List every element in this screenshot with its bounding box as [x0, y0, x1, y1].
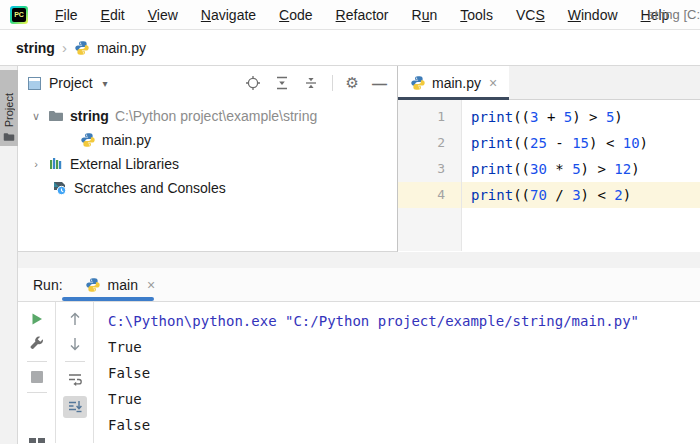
menu-items: FileEditViewNavigateCodeRefactorRunTools… [55, 7, 669, 23]
editor-area: main.py × 1234 print((3 + 5) > 5)print((… [398, 66, 700, 252]
tree-item-external-libraries[interactable]: › External Libraries [18, 152, 397, 176]
editor-tab-label: main.py [432, 75, 481, 91]
tree-external-libraries-label: External Libraries [70, 156, 179, 172]
menu-refactor[interactable]: Refactor [336, 7, 389, 23]
chevron-down-icon[interactable]: ∨ [30, 110, 42, 123]
code-line[interactable]: print((25 - 15) < 10) [462, 130, 700, 156]
toolbar-separator [27, 361, 47, 362]
active-run-tab-underline [62, 297, 154, 301]
locate-target-icon[interactable] [245, 75, 261, 91]
libraries-icon [48, 156, 64, 172]
console-line: C:\Python\python.exe "C:/Python project/… [108, 308, 700, 334]
line-number: 2 [398, 130, 461, 156]
menu-view[interactable]: View [148, 7, 178, 23]
breadcrumb-project[interactable]: string [16, 40, 55, 56]
project-stripe-label: Project [3, 93, 15, 127]
tool-window-icon [28, 77, 41, 90]
editor-code[interactable]: print((3 + 5) > 5)print((25 - 15) < 10)p… [462, 100, 700, 251]
editor-tab-bar: main.py × [398, 66, 700, 100]
tree-scratches-label: Scratches and Consoles [74, 180, 226, 196]
menu-vcs[interactable]: VCS [516, 7, 545, 23]
editor-tab-main-py[interactable]: main.py × [398, 66, 509, 100]
menu-code[interactable]: Code [279, 7, 312, 23]
python-file-icon [85, 277, 101, 293]
tree-root-path: C:\Python project\example\string [115, 108, 317, 124]
python-file-icon [74, 40, 90, 56]
menu-file[interactable]: File [55, 7, 78, 23]
close-icon[interactable]: × [489, 75, 497, 91]
up-arrow-icon[interactable] [67, 311, 83, 327]
scratches-icon [52, 180, 68, 196]
scroll-to-end-toggle[interactable] [63, 396, 87, 418]
console-line: False [108, 412, 700, 438]
console-line: True [108, 334, 700, 360]
run-tool-window: Run: main × [18, 268, 700, 444]
editor-body[interactable]: 1234 print((3 + 5) > 5)print((25 - 15) <… [398, 100, 700, 251]
console-line: True [108, 386, 700, 412]
line-number: 3 [398, 156, 461, 182]
window-title: string [C: [648, 0, 700, 30]
run-console[interactable]: C:\Python\python.exe "C:/Python project/… [94, 302, 700, 443]
python-file-icon [410, 75, 426, 91]
close-icon[interactable]: × [147, 277, 155, 293]
collapse-all-icon[interactable] [303, 75, 319, 91]
console-line: False [108, 360, 700, 386]
code-line[interactable]: print((3 + 5) > 5) [462, 104, 700, 130]
menu-window[interactable]: Window [568, 7, 618, 23]
project-stripe-tab[interactable]: Project [0, 70, 18, 146]
chevron-down-icon[interactable]: ▾ [103, 78, 108, 89]
wrench-settings-icon[interactable] [29, 336, 45, 352]
active-tab-underline [398, 97, 509, 100]
line-number: 4 [398, 182, 461, 208]
breadcrumb-separator-icon: › [62, 39, 67, 56]
menu-run[interactable]: Run [412, 7, 438, 23]
menu-navigate[interactable]: Navigate [201, 7, 256, 23]
chevron-right-icon[interactable]: › [30, 158, 42, 170]
project-tree: ∨ string C:\Python project\example\strin… [18, 100, 397, 200]
project-panel-header: Project ▾ ⚙ — [18, 66, 397, 100]
menu-bar: PC FileEditViewNavigateCodeRefactorRunTo… [0, 0, 700, 30]
code-line[interactable]: print((30 * 5) > 12) [462, 156, 700, 182]
run-toolbar-right [56, 302, 94, 443]
menu-tools[interactable]: Tools [460, 7, 493, 23]
tree-file-label: main.py [102, 132, 151, 148]
editor-gutter: 1234 [398, 100, 462, 251]
expand-all-icon[interactable] [274, 75, 290, 91]
hide-panel-icon[interactable]: — [372, 75, 387, 92]
run-panel-body: C:\Python\python.exe "C:/Python project/… [18, 302, 700, 443]
down-arrow-icon[interactable] [67, 336, 83, 352]
run-panel-header: Run: main × [18, 268, 700, 302]
folder-icon [3, 131, 15, 143]
soft-wrap-icon[interactable] [67, 371, 83, 387]
folder-icon [48, 108, 64, 124]
scroll-to-end-icon [67, 399, 83, 415]
menu-edit[interactable]: Edit [101, 7, 125, 23]
tree-item-root[interactable]: ∨ string C:\Python project\example\strin… [18, 104, 397, 128]
restore-layout-icon[interactable] [29, 438, 45, 443]
tree-item-main-py[interactable]: main.py [18, 128, 397, 152]
code-line[interactable]: print((70 / 3) < 2) [462, 182, 700, 208]
run-tab-main[interactable]: main × [85, 277, 156, 293]
run-label: Run: [33, 277, 63, 293]
splitter[interactable] [18, 252, 700, 268]
toolbar-separator [27, 392, 47, 393]
pycharm-logo-icon: PC [10, 6, 28, 24]
breadcrumb-file[interactable]: main.py [97, 40, 146, 56]
python-file-icon [80, 132, 96, 148]
project-panel-title[interactable]: Project [49, 75, 93, 91]
gear-icon[interactable]: ⚙ [346, 75, 359, 91]
run-tab-label: main [108, 277, 138, 293]
toolbar-separator [65, 361, 85, 362]
project-tool-window: Project ▾ ⚙ — [18, 66, 398, 252]
toolbar-separator [332, 75, 333, 91]
rerun-play-icon[interactable] [29, 311, 45, 327]
pycharm-window: PC FileEditViewNavigateCodeRefactorRunTo… [0, 0, 700, 444]
run-toolbar-left [18, 302, 56, 443]
tree-root-name: string [70, 108, 109, 124]
breadcrumb: string › main.py [0, 30, 700, 66]
stop-icon[interactable] [31, 371, 43, 383]
tool-window-stripe: Project [0, 66, 18, 444]
tree-item-scratches[interactable]: Scratches and Consoles [18, 176, 397, 200]
line-number: 1 [398, 104, 461, 130]
